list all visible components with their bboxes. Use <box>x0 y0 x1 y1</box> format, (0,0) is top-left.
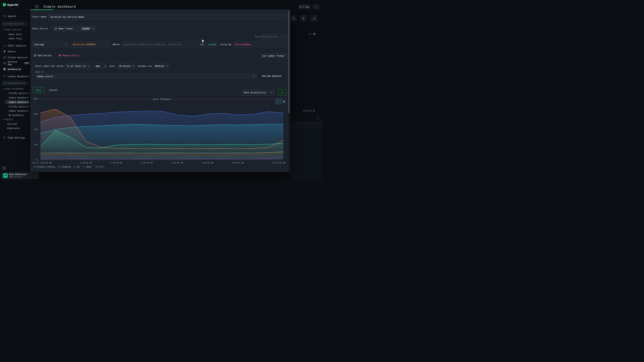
dashboards-grid-icon <box>3 68 6 71</box>
legend-item[interactable]: product-catalog <box>34 166 55 168</box>
alert-threshold-field[interactable] <box>94 63 106 69</box>
page-title: Simple dashboard <box>43 5 76 8</box>
alert-condition-select[interactable]: is at least (≥) <box>65 63 92 69</box>
legend-label: +12 more <box>95 166 104 168</box>
alert-channel-select[interactable]: Webhook <box>153 63 170 69</box>
legend-item[interactable]: email <box>82 166 92 168</box>
brand[interactable]: ⌁ HyperDX <box>3 3 18 6</box>
field-expression-field[interactable]: Duration/1000000 <box>71 41 110 47</box>
over-label: over <box>110 65 115 67</box>
group-by-label: Group By <box>220 43 232 46</box>
chart-explorer-icon <box>3 44 6 47</box>
saved-dashboard-item[interactable]: ClickPy Analytics <box>8 105 30 108</box>
preset-item[interactable]: Kubernetes <box>7 127 20 130</box>
sidebar-item-service-map[interactable]: Service Map BETA <box>3 61 30 65</box>
y-tick-label: 600 <box>31 113 39 115</box>
legend-item[interactable]: +12 more <box>95 166 104 168</box>
run-query-button[interactable] <box>311 15 317 21</box>
tile-chart-icon[interactable] <box>316 117 320 120</box>
modal-scrollbar-track[interactable] <box>288 10 290 172</box>
select-chevrons-icon <box>64 44 66 45</box>
bar-chart-icon[interactable] <box>313 32 315 35</box>
sidebar-item-alerts[interactable]: Alerts <box>3 50 30 53</box>
modal-scrollbar-thumb[interactable] <box>288 10 290 113</box>
saved-dashboard-item[interactable]: My Dashboard <box>8 114 24 117</box>
alias-input[interactable] <box>262 35 285 38</box>
select-chevrons-icon <box>92 28 94 29</box>
aggregation-select[interactable]: Average <box>32 41 68 47</box>
sidebar-item-search[interactable]: Search <box>3 14 30 18</box>
saved-dashboards-header[interactable]: SAVED DASHBOARDS <box>2 88 24 90</box>
saved-dashboard-item-active[interactable]: Simple dashboard <box>5 100 29 104</box>
alias-field[interactable] <box>260 34 287 39</box>
add-series-button[interactable]: Add Series <box>34 54 52 57</box>
saved-dashboards-placeholder: Saved Dashboards <box>7 82 26 84</box>
tag-icon <box>300 6 302 8</box>
cancel-button[interactable]: Cancel <box>49 89 58 91</box>
saved-search-item[interactable]: mikes alert <box>8 33 22 35</box>
presets-header[interactable]: PRESETS <box>2 119 13 121</box>
x-tick-label: Nov 6 2:30:00 AM <box>32 162 52 164</box>
sidebar-item-team-settings[interactable]: Team Settings <box>3 136 30 139</box>
bar-chart-toggle[interactable] <box>281 99 286 104</box>
group-by-field[interactable]: ServiceName <box>233 41 287 47</box>
save-button[interactable]: Save <box>32 87 44 93</box>
plus-icon <box>3 75 6 78</box>
sidebar-collapse-icon[interactable] <box>35 5 39 8</box>
overflow-menu-button[interactable]: ⋮ <box>313 4 319 9</box>
chart-name-input[interactable] <box>50 15 285 18</box>
saved-searches-search-input[interactable]: Saved Searches <box>2 21 28 26</box>
saved-dashboard-item[interactable]: Simple dashboard <box>8 110 28 112</box>
refresh-button[interactable] <box>290 15 296 21</box>
run-chart-button[interactable] <box>278 89 286 95</box>
search-icon <box>4 82 6 84</box>
background-lower-panel-header <box>290 122 322 127</box>
legend-item[interactable]: ad <box>74 166 80 168</box>
chevron-down-icon <box>2 29 4 30</box>
service-map-icon <box>3 62 6 64</box>
data-source-value: Demo Traces <box>58 27 73 30</box>
saved-dashboard-item[interactable]: ClickPy Analytics <box>8 92 30 95</box>
sidebar-item-client-sessions[interactable]: Client Sessions <box>3 56 30 59</box>
sql-toggle[interactable]: SQL <box>200 43 204 46</box>
sidebar-item-dashboards[interactable]: Dashboards <box>3 68 30 71</box>
where-input[interactable] <box>124 43 200 46</box>
webhook-select[interactable]: #demo-alerts <box>35 74 256 79</box>
lucene-toggle[interactable]: Lucene <box>208 43 216 46</box>
saved-searches-header[interactable]: SAVED SEARCHES <box>2 29 22 31</box>
tags-button[interactable]: 0 Tags <box>299 4 310 9</box>
aggregation-value: Average <box>34 43 44 46</box>
legend-item[interactable]: shipping <box>58 166 71 168</box>
where-label: Where <box>113 43 120 46</box>
alert-threshold-input[interactable] <box>96 65 102 68</box>
create-dashboard-button[interactable]: Create Dashboard <box>3 75 30 78</box>
alert-window-select[interactable]: 30 minute <box>117 63 136 69</box>
sidebar-item-chart-explorer[interactable]: Chart Explorer <box>3 44 30 47</box>
help-button[interactable]: ? <box>2 166 6 170</box>
saved-dashboards-search-input[interactable]: Saved Dashboards <box>2 81 28 85</box>
granularity-select[interactable]: Auto Granularity <box>242 89 274 95</box>
avatar: DM <box>3 173 8 178</box>
filter-button[interactable] <box>300 15 306 21</box>
line-chart-toggle[interactable] <box>276 99 281 104</box>
monitor-icon <box>3 56 6 59</box>
add-new-webhook-button[interactable]: Add New Webhook <box>262 75 281 77</box>
chart-name-field[interactable] <box>48 14 287 20</box>
x-tick-label: 5:00:00 AM <box>110 162 122 164</box>
user-menu[interactable]: DM Dale McDiarmid demo-service - › <box>2 172 39 179</box>
preset-item[interactable]: Services <box>7 123 17 125</box>
saved-search-item[interactable]: mikes tets2 <box>8 37 22 40</box>
tile-chart-type-icons[interactable] <box>309 32 315 35</box>
number-stepper[interactable] <box>104 64 106 69</box>
select-chevrons-icon <box>87 65 90 67</box>
where-field[interactable]: SQL | Lucene <box>122 41 218 47</box>
line-chart-icon[interactable] <box>309 32 312 35</box>
data-source-select[interactable]: Demo Traces Schema <box>53 26 96 31</box>
set-number-format-button[interactable]: Set number format <box>260 53 287 58</box>
saved-dashboard-item[interactable]: Simple Dashboard <box>8 96 28 99</box>
play-icon <box>281 91 283 93</box>
active-tab-indicator <box>30 9 53 10</box>
remove-alert-button[interactable]: Remove Alert <box>59 54 79 57</box>
legend-label: shipping <box>61 166 71 168</box>
kebab-icon: ⋮ <box>315 5 318 8</box>
